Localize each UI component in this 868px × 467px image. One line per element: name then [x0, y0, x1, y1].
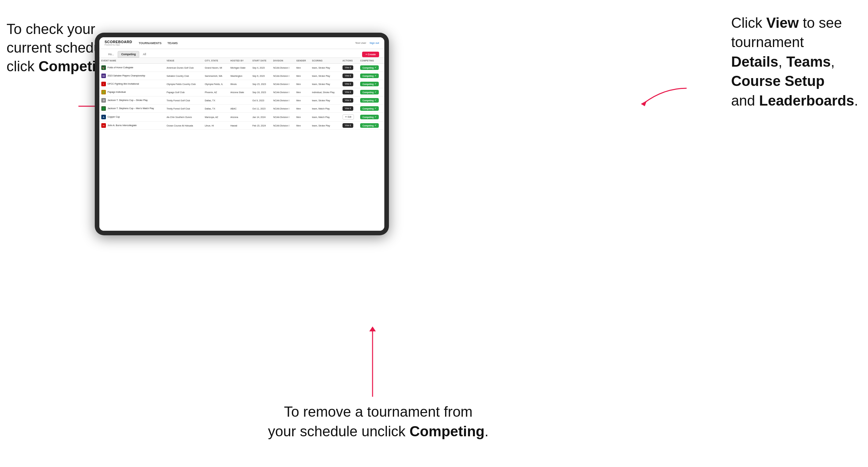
venue-cell: Ak-Chin Southern Dunes	[165, 113, 203, 122]
scoring-cell: team, Stroke Play	[310, 96, 341, 104]
scoring-cell: team, Stroke Play	[310, 80, 341, 88]
col-actions: ACTIONS	[341, 58, 358, 64]
division-cell: NCAA Division I	[271, 88, 294, 96]
col-gender: GENDER	[294, 58, 310, 64]
event-icon: 🌵	[101, 90, 106, 94]
city-state-cell: Phoenix, AZ	[203, 88, 228, 96]
annotation-bottom: To remove a tournament from your schedul…	[268, 402, 489, 441]
hosted-by-cell: Hawaii	[228, 122, 250, 130]
competing-badge[interactable]: Competing ✓	[360, 90, 379, 94]
actions-cell: View ℹ	[341, 104, 358, 113]
col-competing: COMPETING	[358, 58, 384, 64]
venue-cell: Sahalee Country Club	[165, 72, 203, 80]
event-name-cell: 🦅 Folds of Honor Collegiate	[99, 64, 165, 72]
annotation-top-right: Click View to see tournament Details, Te…	[731, 13, 858, 110]
view-button[interactable]: View ℹ	[342, 98, 353, 103]
competing-badge[interactable]: Competing ✓	[360, 106, 379, 111]
start-date-cell: Oct 9, 2023	[250, 96, 271, 104]
scoring-cell: team, Stroke Play	[310, 72, 341, 80]
competing-badge[interactable]: Competing ✓	[360, 65, 379, 70]
event-name-cell: I OFCC Fighting Illini Invitational	[99, 80, 165, 88]
competing-cell: Competing ✓	[358, 80, 384, 88]
competing-badge[interactable]: Competing ✓	[360, 73, 379, 78]
create-button[interactable]: + Create	[362, 52, 379, 57]
hosted-by-cell: ABAC	[228, 104, 250, 113]
gender-cell: Men	[294, 96, 310, 104]
hosted-by-cell	[228, 96, 250, 104]
event-name-text: Folds of Honor Collegiate	[107, 66, 133, 69]
event-name-cell: ⚙ Jackson T. Stephens Cup – Stroke Play	[99, 96, 165, 104]
event-icon: W	[101, 73, 106, 78]
actions-cell: View ℹ	[341, 80, 358, 88]
table-row: A Copper Cup Ak-Chin Southern DunesMaric…	[99, 113, 384, 122]
competing-badge[interactable]: Competing ✓	[360, 82, 379, 86]
hosted-by-cell: Arizona	[228, 113, 250, 122]
division-cell: NCAA Division I	[271, 122, 294, 130]
event-name-text: Jackson T. Stephens Cup – Men's Match Pl…	[107, 107, 154, 110]
tablet-screen: SCOREBOARD Powered by clippi TOURNAMENTS…	[99, 37, 384, 231]
tab-home[interactable]: Ho...	[104, 51, 118, 58]
col-scoring: SCORING	[310, 58, 341, 64]
col-hosted-by: HOSTED BY	[228, 58, 250, 64]
table-row: H John A. Burns Intercollegiate Ocean Co…	[99, 122, 384, 130]
event-name-text: John A. Burns Intercollegiate	[107, 124, 136, 127]
view-button[interactable]: View ℹ	[342, 65, 353, 70]
scoring-cell: team, Stroke Play	[310, 122, 341, 130]
svg-marker-1	[641, 101, 647, 106]
svg-marker-3	[369, 326, 376, 331]
view-button[interactable]: View ℹ	[342, 106, 353, 111]
col-start-date: START DATE	[250, 58, 271, 64]
view-button[interactable]: View ℹ	[342, 90, 353, 94]
signout-link[interactable]: Sign out	[370, 41, 379, 44]
city-state-cell: Sammamish, WA	[203, 72, 228, 80]
competing-badge[interactable]: Competing ✓	[360, 115, 379, 119]
competing-cell: Competing ✓	[358, 72, 384, 80]
col-venue: VENUE	[165, 58, 203, 64]
competing-badge[interactable]: Competing ✓	[360, 98, 379, 103]
view-button[interactable]: View ℹ	[342, 123, 353, 128]
event-name-cell: W 2023 Sahalee Players Championship	[99, 72, 165, 80]
hosted-by-cell: Illinois	[228, 80, 250, 88]
tab-bar: Ho... Competing All + Create	[99, 49, 384, 58]
event-icon: ⚙	[101, 98, 106, 103]
division-cell: NCAA Division I	[271, 113, 294, 122]
competing-cell: Competing ✓	[358, 104, 384, 113]
city-state-cell: Olympia Fields, IL	[203, 80, 228, 88]
view-button[interactable]: View ℹ	[342, 82, 353, 86]
edit-button[interactable]: ✏ Edit	[342, 114, 354, 120]
nav-tournaments[interactable]: TOURNAMENTS	[138, 41, 161, 45]
tab-competing[interactable]: Competing	[118, 51, 139, 58]
event-icon: A	[101, 115, 106, 119]
nav-right: Test User Sign out	[355, 41, 379, 44]
event-name-cell: A Copper Cup	[99, 113, 165, 122]
competing-cell: Competing ✓	[358, 64, 384, 72]
venue-cell: Olympia Fields Country Club	[165, 80, 203, 88]
actions-cell: View ℹ	[341, 96, 358, 104]
city-state-cell: Dallas, TX	[203, 104, 228, 113]
gender-cell: Men	[294, 104, 310, 113]
competing-cell: Competing ✓	[358, 88, 384, 96]
table-row: W 2023 Sahalee Players Championship Saha…	[99, 72, 384, 80]
division-cell: NCAA Division I	[271, 80, 294, 88]
start-date-cell: Sep 18, 2023	[250, 88, 271, 96]
table-row: 🦅 Folds of Honor Collegiate American Dun…	[99, 64, 384, 72]
event-name-cell: 🌲 Jackson T. Stephens Cup – Men's Match …	[99, 104, 165, 113]
col-city-state: CITY, STATE	[203, 58, 228, 64]
event-name-text: Jackson T. Stephens Cup – Stroke Play	[107, 99, 148, 102]
event-name-text: 2023 Sahalee Players Championship	[107, 74, 145, 77]
event-icon: I	[101, 82, 106, 86]
venue-cell: Trinity Forest Golf Club	[165, 96, 203, 104]
competing-badge[interactable]: Competing ✓	[360, 123, 379, 128]
table-row: 🌵 Papago Individual Papago Golf ClubPhoe…	[99, 88, 384, 96]
view-button[interactable]: View ℹ	[342, 73, 353, 78]
city-state-cell: Dallas, TX	[203, 96, 228, 104]
start-date-cell: Sep 4, 2023	[250, 64, 271, 72]
scoreboard-logo: SCOREBOARD Powered by clippi	[104, 40, 132, 46]
division-cell: NCAA Division I	[271, 72, 294, 80]
event-name-text: Papago Individual	[107, 91, 126, 93]
actions-cell: ✏ Edit	[341, 113, 358, 122]
nav-teams[interactable]: TEAMS	[167, 41, 178, 45]
tab-all[interactable]: All	[139, 51, 149, 58]
venue-cell: American Dunes Golf Club	[165, 64, 203, 72]
table-container: EVENT NAME VENUE CITY, STATE HOSTED BY S…	[99, 58, 384, 231]
